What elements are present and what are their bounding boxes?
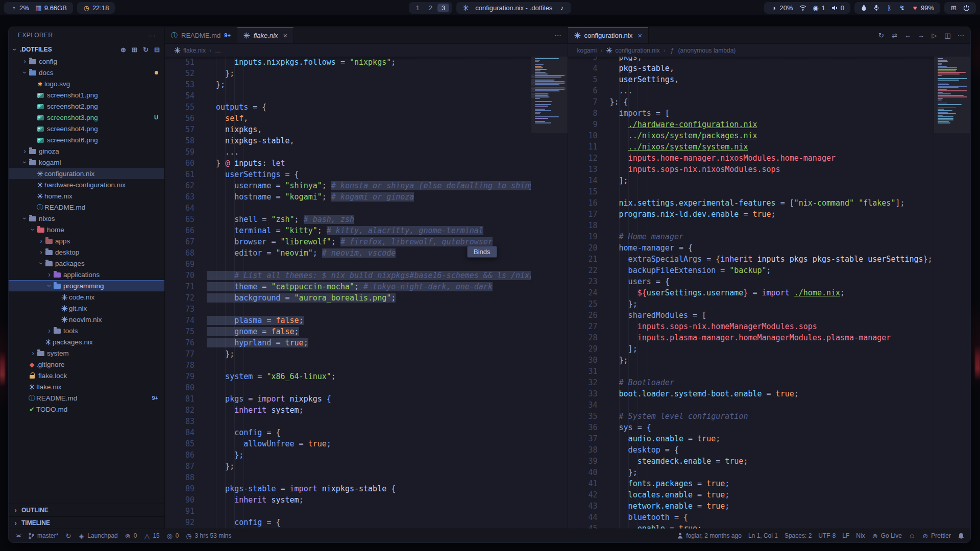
status-ln-1-col-1[interactable]: Ln 1, Col 1	[748, 532, 778, 539]
tree-item-code-nix[interactable]: ›code.nix	[9, 291, 164, 303]
code-line[interactable]: 36 sys = {	[568, 422, 934, 433]
code-line[interactable]: 27 inputs.sops-nix.homeManagerModules.so…	[568, 321, 934, 332]
code-line[interactable]: 29 ];	[568, 343, 934, 355]
back-icon[interactable]: ←	[904, 32, 911, 39]
refresh-icon[interactable]: ↻	[142, 46, 149, 53]
memory-indicator[interactable]: ▦9.66GB	[35, 4, 67, 12]
code-line[interactable]: 54	[165, 90, 531, 102]
power-profile-indicator[interactable]: ↯	[899, 5, 905, 11]
tree-item-apps[interactable]: ›apps	[9, 235, 164, 246]
section-dotfiles[interactable]: › .DOTFILES ⊕⊞↻⊟	[9, 43, 164, 56]
code-line[interactable]: 18	[568, 220, 934, 231]
tree-item-home-nix[interactable]: ›home.nix	[9, 190, 164, 202]
code-line[interactable]: 34	[568, 399, 934, 411]
code-line[interactable]: 9 ./hardware-configuration.nix	[568, 119, 934, 130]
code-line[interactable]: 64	[165, 203, 531, 214]
code-line[interactable]: 30 };	[568, 355, 934, 366]
tree-item-config[interactable]: ›config	[9, 56, 164, 67]
code-line[interactable]: 57 nixpkgs,	[165, 124, 531, 135]
tree-item-flake-nix[interactable]: ›flake.nix	[9, 381, 164, 392]
code-line[interactable]: 74 plasma = false;	[165, 315, 531, 326]
battery-indicator[interactable]: ♥99%	[912, 4, 934, 12]
minimap-right[interactable]	[934, 57, 970, 529]
collapse-icon[interactable]: ⊟	[154, 46, 160, 53]
close-icon[interactable]: ×	[638, 31, 642, 40]
code-line[interactable]: 26 sharedModules = [	[568, 310, 934, 321]
code-line[interactable]: 75 gnome = false;	[165, 326, 531, 337]
code-line[interactable]: 45 enable = true;	[568, 523, 934, 529]
code-line[interactable]: 53 };	[165, 79, 531, 90]
code-line[interactable]: 4 pkgs-stable,	[568, 63, 934, 74]
code-line[interactable]: 86 };	[165, 449, 531, 461]
code-line[interactable]: 60 } @ inputs: let	[165, 158, 531, 169]
tray-indicator[interactable]: ⊞	[950, 5, 957, 11]
breadcrumb-item-item[interactable]: …	[215, 47, 221, 54]
code-line[interactable]: 83	[165, 416, 531, 427]
code-line[interactable]: 17 programs.nix-ld.dev.enable = true;	[568, 209, 934, 220]
code-line[interactable]: 92 config = {	[165, 517, 531, 528]
editor-right[interactable]: 3 pkgs,4 pkgs-stable,5 userSettings,6 ..…	[568, 57, 971, 529]
code-line[interactable]: 73	[165, 304, 531, 315]
code-line[interactable]: 13 inputs.sops-nix.nixosModules.sops	[568, 164, 934, 175]
bluetooth-indicator[interactable]: ᛒ	[886, 5, 893, 11]
wifi-indicator[interactable]	[799, 5, 806, 11]
tree-item-gitignore[interactable]: ›◆.gitignore	[9, 359, 164, 370]
code-line[interactable]: 88	[165, 472, 531, 483]
notification-indicator[interactable]: ◉1	[813, 4, 825, 12]
tree-item-packages-nix[interactable]: ›packages.nix	[9, 336, 164, 347]
volume-indicator[interactable]: 0	[831, 4, 844, 12]
tree-item-screenshot1-png[interactable]: ›screenshot1.png	[9, 89, 164, 101]
status-3-hrs-53-mins[interactable]: ◷3 hrs 53 mins	[185, 532, 231, 539]
status-remote[interactable]: ><	[15, 533, 21, 539]
code-line[interactable]: 12 inputs.home-manager.nixosModules.home…	[568, 153, 934, 164]
compare-icon[interactable]: ⇄	[891, 32, 898, 39]
new-folder-icon[interactable]: ⊞	[131, 46, 138, 53]
status-prettier[interactable]: ⊘Prettier	[922, 532, 951, 539]
power-indicator[interactable]	[963, 5, 970, 11]
tree-item-git-nix[interactable]: ›git.nix	[9, 303, 164, 314]
status-15[interactable]: △15	[143, 532, 159, 539]
code-line[interactable]: 65 shell = "zsh"; # bash, zsh	[165, 214, 531, 225]
code-line[interactable]: 19 # Home manager	[568, 231, 934, 242]
tree-item-screenshot6-png[interactable]: ›screenshot6.png	[9, 134, 164, 145]
code-line[interactable]: 28 inputs.plasma-manager.homeManagerModu…	[568, 332, 934, 343]
code-line[interactable]: 76 hyprland = true;	[165, 337, 531, 348]
tree-item-hardware-configuration-nix[interactable]: ›hardware-configuration.nix	[9, 179, 164, 190]
tree-item-kogami[interactable]: ›kogami	[9, 157, 164, 168]
code-line[interactable]: 10 ../nixos/system/packages.nix	[568, 130, 934, 141]
section-outline[interactable]: ›OUTLINE	[9, 504, 164, 516]
code-line[interactable]: 90 inherit system;	[165, 494, 531, 506]
tree-item-desktop[interactable]: ›desktop	[9, 246, 164, 258]
section-timeline[interactable]: ›TIMELINE	[9, 516, 164, 529]
code-line[interactable]: 55 outputs = {	[165, 102, 531, 113]
tree-item-system[interactable]: ›system	[9, 347, 164, 359]
status-launchpad[interactable]: ◈Launchpad	[78, 532, 117, 539]
code-line[interactable]: 3 pkgs,	[568, 57, 934, 63]
status-spaces-2[interactable]: Spaces: 2	[785, 532, 812, 539]
code-line[interactable]: 40 };	[568, 467, 934, 478]
more-icon[interactable]: ⋯	[555, 32, 561, 39]
microphone-indicator[interactable]	[873, 5, 880, 11]
code-line[interactable]: 23 users = {	[568, 276, 934, 287]
code-line[interactable]: 81 pkgs = import nixpkgs {	[165, 393, 531, 405]
workspace-1[interactable]: 1	[412, 4, 424, 12]
code-line[interactable]: 8 imports = [	[568, 108, 934, 119]
status-go-live[interactable]: ⊚Go Live	[872, 532, 902, 539]
code-line[interactable]: 6 ...	[568, 85, 934, 96]
tree-item-screenshot4-png[interactable]: ›screenshot4.png	[9, 123, 164, 134]
code-line[interactable]: 38 desktop = {	[568, 444, 934, 456]
code-line[interactable]: 59 ...	[165, 146, 531, 158]
tree-item-readme-md[interactable]: ›ⓘREADME.md9+	[9, 392, 164, 404]
tab-readme-md[interactable]: ⓘREADME.md9+	[165, 27, 237, 43]
tree-item-docs[interactable]: ›docs	[9, 67, 164, 78]
tree-item-applications[interactable]: ›applications	[9, 269, 164, 280]
code-line[interactable]: 63 hostname = "kogami"; # kogami or gino…	[165, 191, 531, 203]
code-line[interactable]: 41 fonts.packages = true;	[568, 478, 934, 489]
run-icon[interactable]: ▷	[931, 32, 938, 39]
status-foglar-2-months-ago[interactable]: foglar, 2 months ago	[677, 532, 742, 539]
editor-left[interactable]: 51 inputs.nixpkgs.follows = "nixpkgs";52…	[165, 57, 568, 529]
tree-item-neovim-nix[interactable]: ›neovim.nix	[9, 314, 164, 325]
status-octoface[interactable]: ☺	[909, 533, 915, 539]
breadcrumb-item-anonymous-lambda[interactable]: ƒ(anonymous lambda)	[669, 47, 736, 54]
tree-item-screenshot3-png[interactable]: ›screenshot3.pngU	[9, 112, 164, 123]
